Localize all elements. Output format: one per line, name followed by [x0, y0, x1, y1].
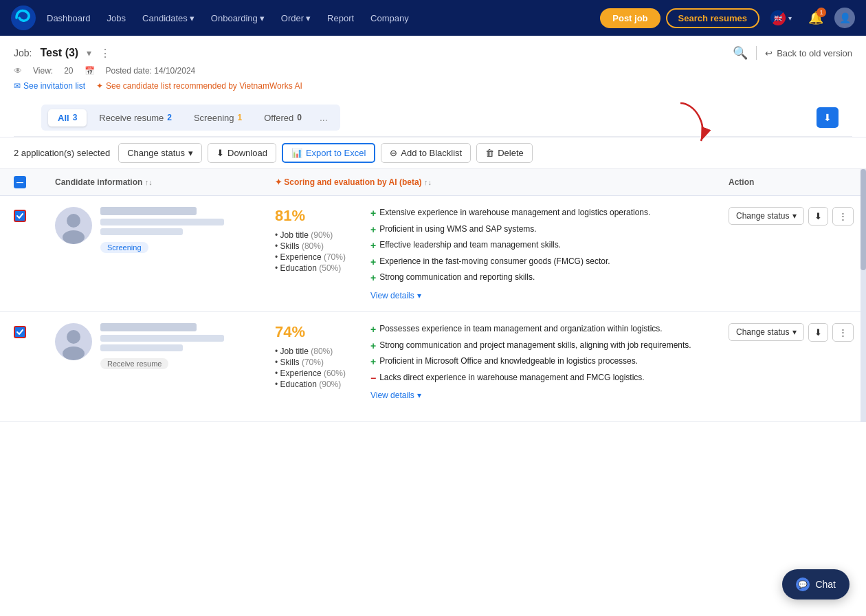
download-icon: ⬇ [814, 327, 822, 338]
row2-candidate-col: Receive resume [55, 323, 275, 369]
change-status-button[interactable]: Change status ▾ [118, 143, 202, 163]
export-to-excel-button[interactable]: 📊 Export to Excel [282, 143, 375, 163]
search-resumes-button[interactable]: Search resumes [666, 8, 759, 28]
row1-more-button[interactable]: ⋮ [832, 207, 854, 226]
export-icon-button[interactable]: ⬇ [817, 107, 839, 128]
row1-scoring: 81% • Job title (90%) • Skills (80%) • E… [275, 207, 359, 300]
row2-checkbox[interactable] [14, 326, 26, 338]
tab-all[interactable]: All 3 [48, 109, 87, 126]
row2-action-col: Change status ▾ ⬇ ⋮ [729, 323, 852, 342]
back-to-old-version-link[interactable]: ↩ Back to old version [765, 48, 852, 58]
vertical-scrollbar[interactable] [861, 169, 866, 422]
row2-ai-point-3: + Proficient in Microsoft Office and kno… [370, 355, 691, 369]
add-to-blacklist-button[interactable]: ⊖ Add to Blacklist [381, 143, 471, 163]
see-ai-candidate-list-link[interactable]: ✦ See candidate list recommended by Viet… [96, 81, 302, 91]
row2-candidate-name [100, 323, 197, 331]
row1-ai-point-3: + Effective leadership and team manageme… [370, 239, 650, 253]
delete-icon: 🗑 [485, 148, 494, 158]
row1-view-details-link[interactable]: View details ▾ [370, 291, 650, 300]
ai-plus-icon: + [370, 239, 376, 253]
download-button[interactable]: ⬇ Download [208, 143, 276, 163]
scoring-sort-icon[interactable]: ↑↓ [424, 178, 432, 186]
chevron-down-icon: ▾ [417, 390, 421, 400]
nav-jobs[interactable]: Jobs [102, 10, 131, 26]
row1-avatar [55, 207, 92, 244]
nav-candidates[interactable]: Candidates ▾ [137, 10, 200, 26]
row2-candidate-info: Receive resume [100, 323, 275, 369]
chat-bubble-icon: 💬 [796, 578, 810, 591]
toolbar: 2 application(s) selected Change status … [0, 138, 866, 169]
job-dropdown-icon[interactable]: ▾ [87, 47, 91, 58]
row1-candidate-info: Screening [100, 207, 275, 253]
row2-avatar [55, 323, 92, 360]
notification-bell[interactable]: 🔔 1 [803, 8, 829, 28]
eye-icon: 👁 [14, 66, 22, 76]
row1-check-col [14, 207, 55, 222]
job-more-icon[interactable]: ⋮ [100, 47, 111, 60]
change-status-label: Change status [127, 148, 185, 158]
search-icon[interactable]: 🔍 [733, 45, 748, 60]
nav-onboarding[interactable]: Onboarding ▾ [206, 10, 270, 26]
candidates-table: Candidate information ↑↓ ✦ Scoring and e… [0, 169, 866, 422]
row1-download-button[interactable]: ⬇ [808, 207, 828, 226]
row2-score-job-title: • Job title (80%) [275, 346, 346, 356]
row1-action-col: Change status ▾ ⬇ ⋮ [729, 207, 852, 226]
row1-checkbox[interactable] [14, 210, 26, 222]
row1-change-status-button[interactable]: Change status ▾ [729, 207, 804, 225]
th-action: Action [729, 177, 852, 187]
row2-more-button[interactable]: ⋮ [832, 323, 854, 342]
svg-point-2 [67, 214, 80, 228]
row1-ai-point-1: + Extensive experience in warehouse mana… [370, 207, 650, 221]
tab-offered[interactable]: Offered 0 [254, 109, 311, 126]
row1-candidate-name [100, 207, 197, 215]
row2-scoring: 74% • Job title (80%) • Skills (70%) • E… [275, 323, 359, 400]
checkmark-icon [16, 212, 24, 220]
chat-label: Chat [815, 579, 836, 590]
user-avatar[interactable]: 👤 [834, 8, 855, 28]
th-checkbox [14, 176, 55, 188]
delete-button[interactable]: 🗑 Delete [476, 143, 533, 163]
row1-score-skills: • Skills (80%) [275, 241, 346, 251]
row1-candidate-detail2 [100, 228, 183, 235]
candidate-sort-icon[interactable]: ↑↓ [145, 178, 153, 186]
page-content: Job: Test (3) ▾ ⋮ 🔍 ↩ Back to old versio… [0, 36, 866, 616]
nav-report[interactable]: Report [322, 10, 359, 26]
ai-plus-icon: + [370, 340, 376, 353]
tab-receive-resume[interactable]: Receive resume 2 [89, 109, 181, 126]
row1-ai-point-4: + Experience in the fast-moving consumer… [370, 256, 650, 270]
table-row: Receive resume 74% • Job title (80%) • S… [0, 312, 866, 422]
language-selector[interactable]: 🇬🇧 ▾ [765, 8, 797, 28]
chevron-down-icon: ▾ [792, 327, 797, 337]
download-icon: ⬇ [814, 211, 822, 221]
invitation-row: ✉ See invitation list ✦ See candidate li… [14, 81, 852, 91]
row2-score-percent: 74% [275, 323, 346, 341]
tab-screening[interactable]: Screening 1 [184, 109, 252, 126]
nav-dashboard[interactable]: Dashboard [41, 10, 96, 26]
tab-screening-label: Screening [194, 113, 234, 123]
tab-more[interactable]: ... [314, 109, 333, 126]
page-header: Job: Test (3) ▾ ⋮ 🔍 ↩ Back to old versio… [0, 36, 866, 138]
nav-company[interactable]: Company [365, 10, 414, 26]
see-invitation-list-link[interactable]: ✉ See invitation list [14, 81, 85, 91]
red-arrow [660, 96, 715, 151]
tab-receive-label: Receive resume [99, 113, 164, 123]
nav-order[interactable]: Order ▾ [276, 10, 316, 26]
calendar-icon: 📅 [85, 66, 95, 76]
ai-star-icon: ✦ [96, 81, 103, 91]
th-candidate-info: Candidate information ↑↓ [55, 177, 275, 187]
send-icon: ✉ [14, 81, 21, 91]
svg-point-5 [63, 346, 85, 360]
row2-view-details-link[interactable]: View details ▾ [370, 390, 691, 400]
table-row: Screening 81% • Job title (90%) • Skills… [0, 196, 866, 312]
logo[interactable] [11, 6, 36, 30]
divider [756, 46, 757, 60]
select-all-checkbox[interactable] [14, 176, 26, 188]
row2-download-button[interactable]: ⬇ [808, 323, 828, 342]
meta-row: 👁 View: 20 📅 Posted date: 14/10/2024 [14, 66, 852, 76]
row1-score-percent: 81% [275, 207, 346, 225]
post-job-button[interactable]: Post job [600, 8, 660, 28]
chat-button[interactable]: 💬 Chat [782, 569, 850, 600]
top-navigation: Dashboard Jobs Candidates ▾ Onboarding ▾… [0, 0, 866, 36]
row2-change-status-button[interactable]: Change status ▾ [729, 323, 804, 341]
tabs-bar: All 3 Receive resume 2 Screening 1 Offer… [41, 104, 340, 131]
